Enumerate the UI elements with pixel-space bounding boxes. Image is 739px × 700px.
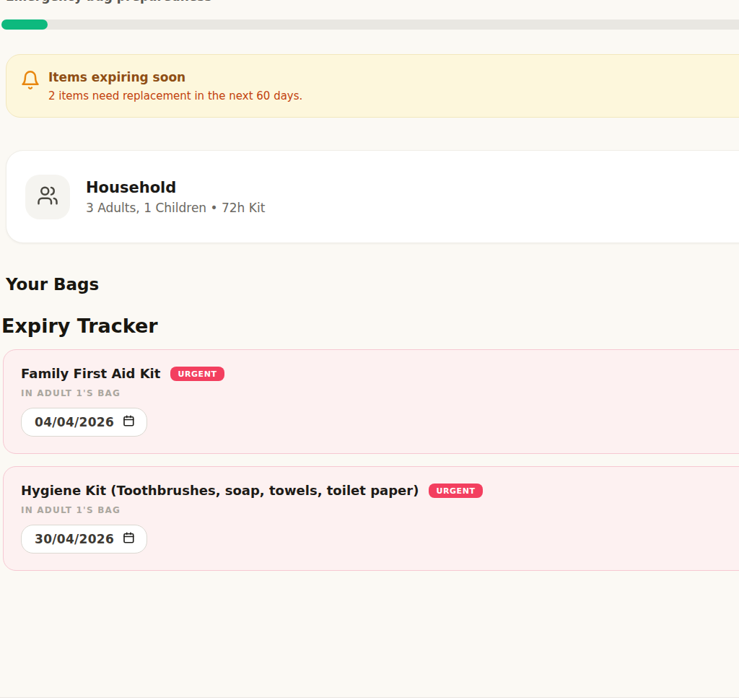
- household-text-block: Household 3 Adults, 1 Children • 72h Kit: [86, 179, 265, 215]
- your-bags-heading: Your Bags: [6, 275, 99, 294]
- household-icon-box: [25, 175, 70, 219]
- expiry-date-input[interactable]: 30/04/2026: [21, 525, 147, 554]
- users-icon: [37, 185, 58, 209]
- expiry-item-card: Hygiene Kit (Toothbrushes, soap, towels,…: [3, 466, 739, 571]
- urgent-badge: URGENT: [170, 367, 224, 381]
- alert-text-block: Items expiring soon 2 items need replace…: [48, 70, 302, 102]
- expiring-items-alert: Items expiring soon 2 items need replace…: [6, 54, 739, 118]
- expiry-tracker-heading: Expiry Tracker: [1, 315, 158, 337]
- page-title: Emergency bag preparedness: [6, 0, 212, 4]
- household-card: Household 3 Adults, 1 Children • 72h Kit: [6, 150, 739, 243]
- alert-title: Items expiring soon: [48, 70, 302, 84]
- expiry-item-name: Hygiene Kit (Toothbrushes, soap, towels,…: [21, 483, 419, 498]
- bottom-edge-strip: [0, 697, 739, 700]
- expiry-date-input[interactable]: 04/04/2026: [21, 408, 147, 437]
- preparedness-progress-bar: [1, 19, 739, 30]
- urgent-badge: URGENT: [429, 484, 482, 498]
- expiry-date-value: 30/04/2026: [35, 532, 114, 546]
- expiry-date-value: 04/04/2026: [35, 415, 114, 429]
- expiry-item-card: Family First Aid Kit URGENT IN ADULT 1'S…: [3, 349, 739, 454]
- page: Emergency bag preparedness Items expirin…: [0, 0, 739, 700]
- household-subtitle: 3 Adults, 1 Children • 72h Kit: [86, 201, 265, 215]
- expiry-item-title-row: Hygiene Kit (Toothbrushes, soap, towels,…: [21, 483, 739, 498]
- expiry-item-location: IN ADULT 1'S BAG: [21, 505, 739, 515]
- calendar-icon[interactable]: [122, 414, 135, 430]
- expiry-item-name: Family First Aid Kit: [21, 366, 160, 381]
- alert-message: 2 items need replacement in the next 60 …: [48, 89, 302, 102]
- household-title: Household: [86, 179, 265, 196]
- preparedness-progress-fill: [1, 19, 48, 30]
- calendar-icon[interactable]: [122, 531, 135, 547]
- bell-icon: [20, 70, 40, 90]
- expiry-item-title-row: Family First Aid Kit URGENT: [21, 366, 739, 381]
- expiry-item-location: IN ADULT 1'S BAG: [21, 388, 739, 398]
